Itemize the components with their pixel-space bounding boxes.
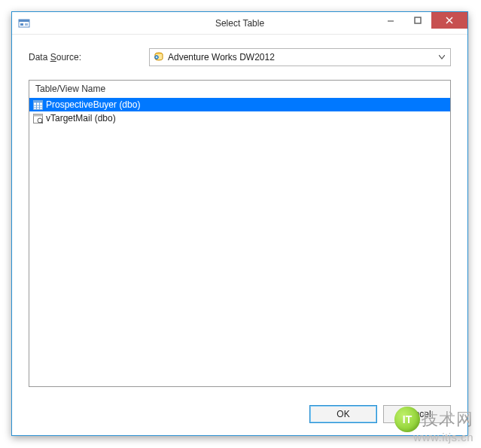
svg-rect-2 (20, 23, 23, 26)
dialog-buttons: OK Cancel (12, 395, 467, 435)
svg-rect-15 (33, 114, 42, 116)
table-icon (32, 99, 43, 110)
label-accelerator: S (50, 52, 56, 62)
view-icon (32, 113, 43, 123)
list-item[interactable]: vTargetMail (dbo) (29, 111, 450, 125)
list-header: Table/View Name (29, 81, 450, 98)
svg-rect-4 (388, 20, 394, 22)
data-source-combobox[interactable]: Adventure Works DW2012 (149, 48, 451, 66)
app-icon (18, 17, 30, 29)
ok-button[interactable]: OK (309, 405, 377, 423)
cancel-button[interactable]: Cancel (383, 405, 451, 423)
svg-rect-5 (415, 17, 421, 23)
list-item-label: vTargetMail (dbo) (46, 113, 116, 123)
list-item[interactable]: ProspectiveBuyer (dbo) (29, 98, 450, 111)
combobox-value: Adventure Works DW2012 (168, 52, 437, 62)
datasource-icon (153, 51, 165, 63)
svg-rect-3 (25, 23, 28, 26)
minimize-button[interactable] (377, 12, 404, 29)
data-source-label: Data Source: (29, 52, 149, 62)
titlebar: Select Table (12, 12, 467, 35)
chevron-down-icon (437, 53, 447, 61)
table-list[interactable]: Table/View Name ProspectiveBuyer (dbo)vT… (29, 80, 451, 387)
data-source-row: Data Source: Adventure Works DW2012 (29, 48, 451, 66)
label-text: Data (29, 52, 50, 62)
svg-rect-1 (19, 20, 29, 22)
list-body: ProspectiveBuyer (dbo)vTargetMail (dbo) (29, 98, 450, 386)
window-controls (377, 12, 467, 34)
svg-rect-9 (33, 100, 42, 102)
close-button[interactable] (431, 12, 467, 29)
list-item-label: ProspectiveBuyer (dbo) (46, 99, 140, 110)
maximize-button[interactable] (404, 12, 431, 29)
label-text: ource: (56, 52, 81, 62)
dialog-window: Select Table Data Source: (11, 11, 468, 436)
dialog-content: Data Source: Adventure Works DW2012 (12, 35, 467, 395)
